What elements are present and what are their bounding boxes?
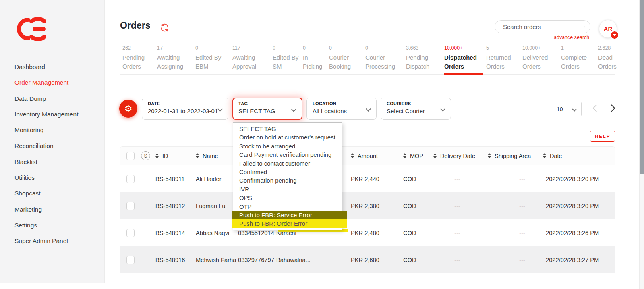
- status-tab-awaiting-approval[interactable]: 117Awaiting Approval: [232, 45, 260, 71]
- status-tab-edited-by-ebm[interactable]: 0Edited By EBM: [195, 45, 223, 71]
- cell-mop: COD: [401, 257, 431, 263]
- row-checkbox[interactable]: [126, 202, 135, 210]
- tag-option-ivr[interactable]: IVR: [233, 185, 342, 193]
- search-input[interactable]: [502, 23, 584, 31]
- tag-option-select-tag[interactable]: SELECT TAG: [233, 125, 342, 133]
- active-tab-underline: [444, 73, 483, 75]
- sidebar-item-monitoring[interactable]: Monitoring: [14, 122, 79, 138]
- tab-count: 5: [486, 45, 514, 51]
- status-tab-pending-dispatch[interactable]: 3,663Pending Dispatch: [406, 45, 433, 71]
- cell-shipping-area: ---: [485, 230, 540, 236]
- sidebar-item-blacklist[interactable]: Blacklist: [14, 154, 79, 170]
- sort-icon: [155, 153, 159, 158]
- row-checkbox[interactable]: [126, 175, 135, 183]
- pagination-next-button[interactable]: [608, 104, 615, 112]
- tabs-divider: [120, 74, 615, 75]
- status-tab-courier-processing[interactable]: 0Courier Processing: [365, 45, 393, 71]
- sort-icon: [351, 153, 354, 158]
- avatar[interactable]: AR: [599, 20, 617, 38]
- table-row: BS-548916 Mehwish Farhan 03329776797 Bah…: [120, 246, 615, 273]
- tag-option-order-on-hold[interactable]: Order on hold at customer's request: [233, 133, 342, 141]
- tag-filter-dropdown[interactable]: TAG SELECT TAG: [232, 98, 302, 120]
- sidebar-item-utilities[interactable]: Utilities: [14, 170, 79, 185]
- avatar-initials: AR: [604, 25, 613, 32]
- status-tab-dead-orders[interactable]: 2,628Dead Orders: [598, 45, 625, 71]
- sidebar-item-marketing[interactable]: Marketing: [14, 202, 79, 217]
- cell-phone: 03329776797: [236, 257, 274, 263]
- help-button[interactable]: HELP: [590, 131, 615, 142]
- sidebar-item-order-management[interactable]: Order Management: [14, 75, 79, 90]
- status-tab-returned-orders[interactable]: 5Returned Orders: [486, 45, 514, 71]
- advance-search-link[interactable]: advance search: [554, 35, 589, 40]
- search-icon[interactable]: [584, 23, 585, 31]
- filter-label: LOCATION: [313, 101, 371, 106]
- chevron-down-icon: [572, 107, 576, 111]
- row-checkbox[interactable]: [126, 229, 135, 237]
- filter-settings-button[interactable]: ⚙: [119, 100, 137, 118]
- filter-label: TAG: [238, 101, 296, 106]
- column-header-id[interactable]: ID: [153, 153, 193, 159]
- orders-table: S ID Name Amount MOP Delivery Date Shipp…: [120, 146, 615, 273]
- tag-option-confirmed[interactable]: Confirmed: [233, 168, 342, 176]
- status-tab-dispatched-orders[interactable]: 10,000+Dispatched Orders: [444, 45, 476, 71]
- column-header-mop[interactable]: MOP: [401, 153, 431, 159]
- filter-label: DATE: [148, 101, 222, 106]
- status-tab-courier-booking[interactable]: 0Courier Booking: [329, 45, 356, 71]
- tab-label: Pending Dispatch: [406, 53, 433, 71]
- cell-amount: PKR 2,480: [348, 230, 401, 236]
- cell-name: Ali Haider: [193, 176, 236, 182]
- filter-value: SELECT TAG: [238, 108, 296, 114]
- sort-icon: [488, 153, 491, 158]
- sidebar-item-settings[interactable]: Settings: [14, 217, 79, 233]
- tab-count: 1: [561, 45, 588, 51]
- tab-count: 10,000+: [522, 45, 550, 51]
- column-header-amount[interactable]: Amount: [348, 153, 401, 159]
- tag-option-failed-to-contact[interactable]: Failed to contact customer: [233, 159, 342, 168]
- tag-option-push-to-fbr-service-error[interactable]: Push to FBR: Service Error: [232, 211, 347, 219]
- row-checkbox[interactable]: [126, 256, 135, 264]
- sidebar-item-dashboard[interactable]: Dashboard: [14, 59, 79, 75]
- sidebar-item-data-dump[interactable]: Data Dump: [14, 91, 79, 106]
- sidebar-item-shopcast[interactable]: Shopcast: [14, 185, 79, 201]
- vertical-scrollbar-thumb[interactable]: [640, 0, 644, 174]
- tag-option-card-payment-verification[interactable]: Card Payment verification pending: [233, 150, 342, 159]
- status-tab-pending-orders[interactable]: 262Pending Orders: [122, 45, 150, 71]
- header-checkbox-cell: [120, 152, 136, 160]
- select-all-checkbox[interactable]: [126, 152, 135, 160]
- status-tab-edited-by-sm[interactable]: 0Edited By SM: [273, 45, 300, 71]
- tab-label: Dispatched Orders: [444, 53, 476, 71]
- sidebar-item-super-admin-panel[interactable]: Super Admin Panel: [14, 233, 79, 249]
- tab-label: Awaiting Approval: [232, 53, 260, 71]
- pagination-prev-button[interactable]: [592, 104, 600, 112]
- tab-label: Delivered Orders: [522, 53, 550, 71]
- page-title: Orders: [120, 20, 150, 31]
- column-header-name[interactable]: Name: [193, 153, 236, 159]
- sidebar-item-reconciliation[interactable]: Reconciliation: [14, 138, 79, 154]
- avatar-menu-badge[interactable]: [611, 31, 618, 39]
- column-header-delivery-date[interactable]: Delivery Date: [431, 153, 485, 159]
- status-tab-complete-orders[interactable]: 1Complete Orders: [561, 45, 588, 71]
- status-tab-awaiting-assigning[interactable]: 17Awaiting Assigning: [157, 45, 184, 71]
- column-header-shipping-area[interactable]: Shipping Area: [485, 153, 540, 159]
- date-filter-dropdown[interactable]: DATE 2022-01-31 to 2022-03-01: [142, 98, 228, 120]
- page-size-select[interactable]: 10: [551, 102, 582, 116]
- cell-shipping-area: ---: [485, 257, 540, 263]
- refresh-icon[interactable]: [160, 23, 169, 32]
- vertical-scrollbar-track: [639, 0, 644, 289]
- tag-option-push-to-fbr-order-error[interactable]: Push to FBR: Order Error: [232, 219, 347, 228]
- location-filter-dropdown[interactable]: LOCATION All Locations: [306, 98, 377, 120]
- sidebar-item-inventory-management[interactable]: Inventory Management: [14, 106, 79, 122]
- couriers-filter-dropdown[interactable]: COURIERS Select Courier: [381, 98, 451, 120]
- status-tab-in-picking[interactable]: 0In Picking: [303, 45, 320, 71]
- status-tab-delivered-orders[interactable]: 10,000+Delivered Orders: [522, 45, 550, 71]
- tab-count: 0: [365, 45, 393, 51]
- tag-option-ops[interactable]: OPS: [233, 193, 342, 202]
- filter-label: COURIERS: [387, 101, 445, 106]
- sidebar-menu: Dashboard Order Management Data Dump Inv…: [14, 59, 79, 249]
- cell-amount: PKR 2,380: [348, 203, 401, 209]
- column-header-date[interactable]: Date: [540, 153, 615, 159]
- tag-option-confirmation-pending[interactable]: Confirmation pending: [233, 176, 342, 185]
- cell-name: Luqman Lu: [193, 203, 236, 209]
- tag-option-stock-to-be-arranged[interactable]: Stock to be arranged: [233, 142, 342, 150]
- tag-option-otp[interactable]: OTP: [233, 202, 342, 211]
